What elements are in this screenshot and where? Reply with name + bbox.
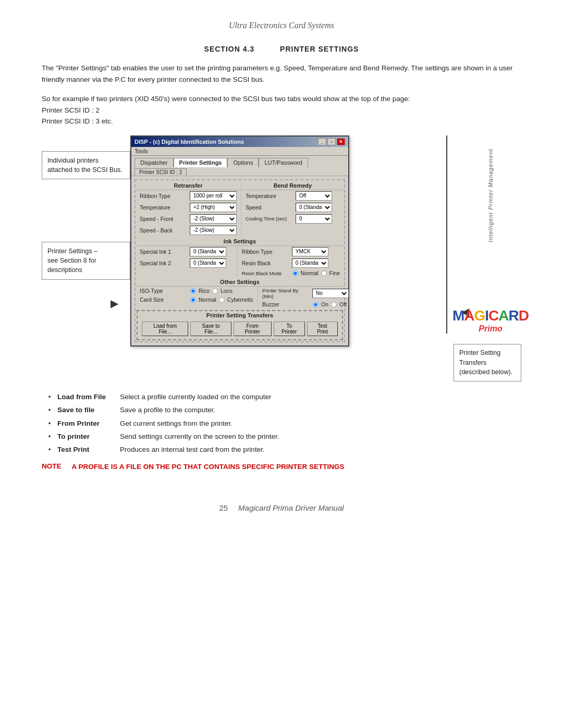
from-printer-button[interactable]: From Printer — [234, 322, 272, 336]
radio-normal-cs[interactable] — [190, 297, 195, 302]
bullet-dot-1: • — [42, 392, 57, 402]
tab-bar: Dispatcher Printer Settings Options LUT/… — [131, 156, 348, 167]
primo-brand: Primo — [479, 324, 502, 334]
bend-speed-row: Speed 0 (Standard) — [241, 202, 344, 213]
radio-normal-label: Normal — [301, 270, 319, 276]
ribbon-type-label: Ribbon Type — [140, 193, 187, 199]
retransfer-bend-row: Retransfer Ribbon Type 1000 per roll Tem… — [136, 180, 344, 237]
window-title: DISP - (c) Digital Identification Soluti… — [134, 139, 244, 145]
bullet-dot-4: • — [42, 431, 57, 442]
bullet-desc-3: Get current settings from the printer. — [120, 418, 521, 429]
radio-loco[interactable] — [212, 288, 217, 293]
tab-dispatcher[interactable]: Dispatcher — [134, 158, 174, 167]
bend-speed-label: Speed — [246, 204, 292, 211]
resin-black-mode-row: Resin Black Mode Normal Fine — [238, 269, 344, 278]
ink-left: Special Ink 1 0 (Standard) Special Ink 2… — [136, 246, 238, 278]
radio-rico-label: Rico — [199, 288, 210, 294]
transfers-title: Printer Setting Transfers — [139, 312, 341, 318]
bullet-section: • Load from File Select a profile curren… — [42, 392, 521, 455]
special-ink2-label: Special Ink 2 — [140, 260, 187, 266]
resin-black-select[interactable]: 0 (Standard) — [292, 258, 328, 268]
speed-back-label: Speed - Back — [140, 227, 187, 233]
special-ink2-select[interactable]: 0 (Standard) — [190, 258, 226, 268]
test-print-button[interactable]: Test Print — [307, 322, 338, 336]
cooling-time-label: Cooling Time (sec) — [246, 216, 292, 221]
tab-options[interactable]: Options — [227, 158, 259, 167]
footer-title: Magicard Prima Driver Manual — [238, 503, 344, 512]
window-body: Retransfer Ribbon Type 1000 per roll Tem… — [131, 176, 348, 346]
bend-speed-select[interactable]: 0 (Standard) — [296, 203, 332, 212]
bend-temp-label: Temperature — [246, 193, 292, 199]
radio-cybernetic[interactable] — [219, 297, 224, 302]
standby-row: Printer Stand By (Min) No — [258, 287, 353, 300]
application-window: DISP - (c) Digital Identification Soluti… — [130, 135, 349, 347]
radio-off[interactable] — [331, 302, 336, 307]
speed-back-row: Speed - Back -2 (Slow) — [136, 225, 241, 236]
bullet-term-4: To printer — [57, 431, 120, 442]
scsi-tab[interactable]: Printer SCSI ID : 2 — [134, 168, 187, 176]
temperature-label: Temperature — [140, 204, 187, 211]
brand-side-text: Intelligent Printer Management — [487, 138, 494, 242]
cooling-time-select[interactable]: 0 — [296, 214, 332, 224]
radio-off-label: Off — [339, 301, 347, 307]
save-to-file-button[interactable]: Save to File... — [190, 322, 231, 336]
speed-front-label: Speed - Front — [140, 216, 187, 222]
close-button[interactable]: ✕ — [337, 138, 345, 145]
transfers-buttons: Load from File... Save to File... From P… — [139, 319, 341, 338]
tools-menu[interactable]: Tools — [134, 148, 148, 154]
body-paragraph-1: The "Printer Settings" tab enables the u… — [42, 63, 521, 85]
individual-printers-label: Individual printers attached to the SCSI… — [42, 151, 130, 179]
speed-front-select[interactable]: -2 (Slow) — [190, 214, 237, 224]
bullet-dot-3: • — [42, 418, 57, 429]
ink-right: Ribbon Type YMCK Resin Black 0 (Standard… — [238, 246, 344, 278]
other-right: Printer Stand By (Min) No Buzzer — [258, 287, 353, 309]
iso-type-row: ISO-Type Rico Loco — [136, 287, 258, 295]
ribbon-type2-label: Ribbon Type — [242, 249, 289, 255]
load-from-file-button[interactable]: Load from File... — [142, 322, 188, 336]
retransfer-title: Retransfer — [136, 181, 241, 190]
other-two-col: ISO-Type Rico Loco Card Size — [136, 287, 344, 309]
cooling-time-row: Cooling Time (sec) 0 — [241, 213, 344, 225]
bullet-term-2: Save to file — [57, 405, 120, 415]
radio-normal[interactable] — [292, 270, 298, 276]
standby-select[interactable]: No — [312, 289, 349, 298]
resin-black-row: Resin Black 0 (Standard) — [238, 257, 344, 269]
special-ink1-row: Special Ink 1 0 (Standard) — [136, 246, 237, 257]
special-ink1-select[interactable]: 0 (Standard) — [190, 247, 226, 256]
speed-back-select[interactable]: -2 (Slow) — [190, 226, 237, 235]
ribbon-type2-select[interactable]: YMCK — [292, 247, 328, 256]
minimize-button[interactable]: _ — [318, 138, 326, 145]
bullet-desc-5: Produces an internal test card from the … — [120, 445, 521, 455]
printer-settings-label: Printer Settings – see Section 8 for des… — [42, 242, 130, 279]
radio-fine[interactable] — [321, 270, 326, 276]
iso-type-label: ISO-Type — [140, 288, 187, 294]
temperature-select[interactable]: +2 (High) — [190, 203, 237, 212]
menu-bar[interactable]: Tools — [131, 147, 348, 156]
temperature-row: Temperature +2 (High) — [136, 202, 241, 213]
resin-black-mode-label: Resin Black Mode — [242, 270, 289, 276]
radio-on[interactable] — [313, 302, 318, 307]
standby-label: Printer Stand By (Min) — [262, 288, 309, 299]
tab-lut-password[interactable]: LUT/Password — [259, 158, 308, 167]
footer: 25 Magicard Prima Driver Manual — [42, 503, 521, 512]
buzzer-radios: On Off — [312, 301, 347, 308]
bend-temp-select[interactable]: Off — [296, 191, 332, 201]
note-section: NOTE A PROFILE IS A FILE ON THE PC THAT … — [42, 462, 521, 472]
scsi-tab-area: Printer SCSI ID : 2 — [131, 167, 348, 176]
ribbon-type-select[interactable]: 1000 per roll — [190, 191, 237, 201]
magicard-logo: MAGICARD — [452, 309, 529, 323]
bullet-term-1: Load from File — [57, 392, 120, 402]
section-number: SECTION 4.3 — [204, 45, 255, 53]
radio-normal-cs-label: Normal — [199, 297, 216, 303]
radio-rico[interactable] — [190, 288, 195, 293]
ribbon-type-row: Ribbon Type 1000 per roll — [136, 190, 241, 202]
arrow-indicator-left: ▶ — [111, 297, 118, 310]
section-heading: SECTION 4.3 PRINTER SETTINGS — [42, 45, 521, 53]
bend-temp-row: Temperature Off — [241, 190, 344, 202]
radio-cybernetic-label: Cybernetic — [227, 297, 253, 303]
bend-remedy-panel: Bend Remedy Temperature Off Speed 0 — [241, 180, 344, 237]
restore-button[interactable]: ▫ — [327, 138, 336, 145]
to-printer-button[interactable]: To Printer — [274, 322, 305, 336]
tab-printer-settings[interactable]: Printer Settings — [174, 158, 228, 167]
callout-box: Printer Setting Transfers (described bel… — [454, 344, 521, 381]
